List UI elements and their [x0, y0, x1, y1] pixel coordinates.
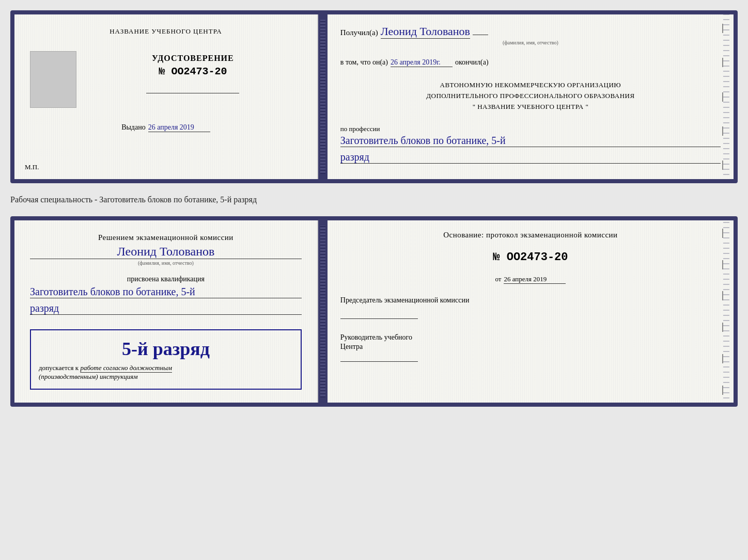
head-section: Руководитель учебного Центра [340, 332, 721, 364]
recipient-name: Леонид Толованов [381, 25, 470, 39]
issued-line: Выдано 26 апреля 2019 [121, 123, 210, 132]
cert-number: № OO2473-20 [159, 66, 227, 77]
person-name: Леонид Толованов [30, 245, 302, 259]
допускается-prefix: допускается к [39, 364, 79, 372]
instructions-text: (производственным) инструкциям [39, 373, 293, 381]
bottom-deco-line-2 [722, 260, 723, 269]
recipient-section: Получил(а) Леонид Толованов (фамилия, им… [340, 25, 721, 45]
head-signature-line [340, 361, 418, 362]
допускается-row: допускается к работе согласно должностны… [39, 364, 293, 373]
from-date: 26 апреля 2019 [504, 275, 566, 284]
from-prefix: от [495, 275, 501, 283]
assigned-section: присвоена квалификация Заготовитель блок… [30, 275, 302, 315]
from-section: от 26 апреля 2019 [340, 275, 721, 284]
basis-section: Основание: протокол экзаменационной коми… [340, 231, 721, 239]
top-left-page: НАЗВАНИЕ УЧЕБНОГО ЦЕНТРА УДОСТОВЕРЕНИЕ №… [14, 14, 318, 179]
top-spine [318, 14, 328, 179]
bottom-deco-line-3 [722, 291, 723, 300]
page-wrapper: НАЗВАНИЕ УЧЕБНОГО ЦЕНТРА УДОСТОВЕРЕНИЕ №… [10, 10, 738, 407]
top-left-inner-row: УДОСТОВЕРЕНИЕ № OO2473-20 [30, 43, 302, 116]
org-section: АВТОНОМНУЮ НЕКОММЕРЧЕСКУЮ ОРГАНИЗАЦИЮ ДО… [340, 80, 721, 112]
center-label: Центра [340, 343, 721, 351]
bottom-deco-line-5 [722, 354, 723, 363]
bottom-deco-line-1 [722, 229, 723, 238]
bottom-left-content: Решением экзаменационной комиссии Леонид… [30, 233, 302, 390]
top-right-content: Получил(а) Леонид Толованов (фамилия, им… [340, 25, 721, 169]
recipient-hint: (фамилия, имя, отчество) [340, 40, 721, 45]
qualification-box: 5-й разряд допускается к работе согласно… [30, 329, 302, 390]
received-prefix: Получил(а) [340, 28, 378, 37]
bottom-document: Решением экзаменационной комиссии Леонид… [10, 216, 738, 407]
chairman-label: Председатель экзаменационной комиссии [340, 295, 721, 306]
deco-line-5 [722, 161, 723, 170]
issued-label: Выдано [121, 123, 146, 132]
bottom-right-content: Основание: протокол экзаменационной коми… [340, 231, 721, 369]
допускается-text: работе согласно должностным [80, 364, 172, 373]
deco-line-4 [722, 126, 723, 136]
org-line3: " НАЗВАНИЕ УЧЕБНОГО ЦЕНТРА " [340, 102, 721, 113]
profession-name: Заготовитель блоков по ботанике, 5-й [340, 135, 721, 147]
deco-line-2 [722, 58, 723, 67]
head-label: Руководитель учебного [340, 332, 721, 343]
profession-section: по профессии Заготовитель блоков по бота… [340, 125, 721, 164]
bottom-left-page: Решением экзаменационной комиссии Леонид… [14, 220, 318, 403]
rank-text: разряд [340, 151, 721, 164]
top-right-page: Получил(а) Леонид Толованов (фамилия, им… [328, 14, 734, 179]
bottom-deco-line-4 [722, 323, 723, 332]
top-center-title: НАЗВАНИЕ УЧЕБНОГО ЦЕНТРА [110, 27, 222, 36]
org-line1: АВТОНОМНУЮ НЕКОММЕРЧЕСКУЮ ОРГАНИЗАЦИЮ [340, 80, 721, 91]
certify-section: в том, что он(а) 26 апреля 2019г. окончи… [340, 58, 721, 67]
photo-placeholder [30, 51, 76, 108]
cert-label: УДОСТОВЕРЕНИЕ [152, 54, 234, 63]
certify-prefix: в том, что он(а) [340, 58, 388, 67]
profession-label: по профессии [340, 125, 721, 133]
bottom-spine [318, 220, 328, 403]
top-document: НАЗВАНИЕ УЧЕБНОГО ЦЕНТРА УДОСТОВЕРЕНИЕ №… [10, 10, 738, 183]
certify-row: в том, что он(а) 26 апреля 2019г. окончи… [340, 58, 721, 67]
org-line2: ДОПОЛНИТЕЛЬНОГО ПРОФЕССИОНАЛЬНОГО ОБРАЗО… [340, 91, 721, 102]
deco-line-3 [722, 92, 723, 102]
specialty-label: Рабочая специальность - Заготовитель бло… [10, 193, 738, 207]
decision-prefix: Решением экзаменационной комиссии [30, 233, 302, 242]
protocol-number: № OO2473-20 [340, 251, 721, 264]
decision-section: Решением экзаменационной комиссии Леонид… [30, 233, 302, 266]
certify-suffix: окончил(а) [455, 58, 489, 67]
mp-stamp: М.П. [25, 163, 39, 171]
bottom-rank: разряд [30, 302, 302, 315]
basis-label: Основание: протокол экзаменационной коми… [340, 231, 721, 239]
chairman-section: Председатель экзаменационной комиссии [340, 295, 721, 321]
deco-lines [722, 14, 723, 179]
person-hint: (фамилия, имя, отчество) [30, 260, 302, 266]
qualification: Заготовитель блоков по ботанике, 5-й [30, 286, 302, 298]
bottom-right-page: Основание: протокол экзаменационной коми… [328, 220, 734, 403]
rank-big: 5-й разряд [39, 338, 293, 360]
top-left-content: НАЗВАНИЕ УЧЕБНОГО ЦЕНТРА УДОСТОВЕРЕНИЕ №… [30, 27, 302, 132]
issued-date: 26 апреля 2019 [148, 123, 210, 132]
chairman-signature-line [340, 318, 418, 319]
bottom-deco-line-6 [722, 386, 723, 395]
recipient-row: Получил(а) Леонид Толованов [340, 25, 721, 39]
assigned-label: присвоена квалификация [30, 275, 302, 283]
protocol-section: № OO2473-20 [340, 251, 721, 264]
certify-date: 26 апреля 2019г. [391, 58, 453, 67]
deco-line-1 [722, 24, 723, 33]
bottom-deco-lines [722, 220, 723, 403]
